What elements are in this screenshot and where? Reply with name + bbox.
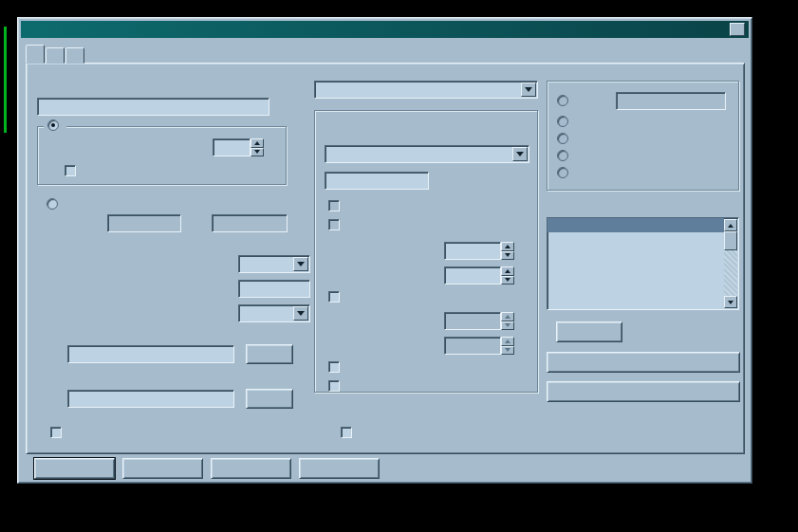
graph-type-option[interactable] xyxy=(547,247,724,261)
evening-end-spinner xyxy=(444,337,514,355)
use-days-radio-row[interactable] xyxy=(44,119,66,131)
graph-type-option[interactable] xyxy=(547,289,724,303)
start-time-spinner[interactable] xyxy=(444,242,514,260)
days-up-button[interactable] xyxy=(251,138,264,148)
evening-end-input xyxy=(444,337,501,355)
historical-days-input xyxy=(616,92,726,110)
bar-period-value xyxy=(325,146,511,162)
fill-session-gap-checkbox xyxy=(328,200,344,211)
symbol-input[interactable] xyxy=(67,345,234,363)
evening-end-down-button xyxy=(501,346,514,356)
monthly-radio xyxy=(557,133,568,144)
end-time-up-button[interactable] xyxy=(501,266,514,276)
graph-type-option[interactable] xyxy=(547,261,724,275)
chart-type-select[interactable] xyxy=(314,81,538,99)
end-time-spinner[interactable] xyxy=(444,266,514,284)
volume-multiplier-select[interactable] xyxy=(238,304,310,322)
close-button[interactable] xyxy=(730,23,745,36)
bar-period-custom-input[interactable] xyxy=(325,172,429,190)
adjust-proportional-checkbox[interactable] xyxy=(65,165,81,176)
fill-session-gap-box xyxy=(328,200,340,211)
tab-strip xyxy=(26,46,85,64)
tab-advanced-settings[interactable] xyxy=(46,47,65,64)
apply-global-symbol-settings-button[interactable] xyxy=(547,352,740,373)
to-input xyxy=(212,214,288,232)
save-defaults-box xyxy=(341,427,352,438)
alt-symbol-find-button[interactable] xyxy=(246,389,293,409)
start-time-up-button[interactable] xyxy=(501,242,514,251)
days-to-load-input[interactable] xyxy=(213,138,251,156)
graph-type-option[interactable] xyxy=(547,232,724,247)
evening-start-down-button xyxy=(501,321,514,331)
end-time-down-button[interactable] xyxy=(501,276,514,285)
scrollbar-thumb[interactable] xyxy=(724,231,737,250)
evening-end-up-button xyxy=(501,337,514,346)
evening-start-input xyxy=(444,312,501,330)
scale-button[interactable] xyxy=(556,321,622,342)
adjust-proportional-box xyxy=(65,165,76,176)
days-down-button[interactable] xyxy=(251,148,264,157)
symbol-find-button[interactable] xyxy=(246,344,293,364)
chart-type-dropdown-button[interactable] xyxy=(521,83,536,97)
new-bar-when-exceeded-box xyxy=(328,219,340,230)
historical-days-radio-row xyxy=(557,95,573,106)
yearly-radio xyxy=(557,167,568,178)
monthly-radio-row xyxy=(557,133,573,144)
price-format-dropdown-button[interactable] xyxy=(293,257,308,271)
graph-type-scrollbar[interactable] xyxy=(724,219,737,308)
yearly-radio-row xyxy=(557,167,573,178)
graph-type-option[interactable] xyxy=(547,218,724,232)
bar-period-dropdown-button[interactable] xyxy=(512,147,528,161)
start-time-down-button[interactable] xyxy=(501,251,514,261)
new-bar-when-exceeded-checkbox xyxy=(328,219,344,230)
volume-multiplier-value xyxy=(239,305,292,321)
cancel-button[interactable] xyxy=(122,458,203,479)
scrollbar-down-button[interactable] xyxy=(724,296,737,308)
evening-session-checkbox[interactable] xyxy=(328,291,344,303)
new-bar-at-session-start-box xyxy=(328,361,340,373)
from-input xyxy=(107,214,181,232)
rollover-futures-box xyxy=(50,427,62,438)
help-button[interactable] xyxy=(299,458,380,479)
price-display-format-select[interactable] xyxy=(238,255,310,273)
evening-session-box xyxy=(328,291,340,303)
edit-global-symbol-settings-button[interactable] xyxy=(547,381,740,402)
graph-type-listbox[interactable] xyxy=(547,217,739,310)
historical-bar-period-group xyxy=(547,81,739,191)
volume-multiplier-dropdown-button[interactable] xyxy=(293,306,308,321)
use-number-of-days-radio[interactable] xyxy=(47,119,59,131)
apply-button[interactable] xyxy=(211,458,291,479)
load-weekend-data-checkbox[interactable] xyxy=(328,380,344,392)
use-date-range-radio-row[interactable] xyxy=(46,198,63,210)
days-to-load-spinner[interactable] xyxy=(213,138,264,156)
weekly-radio xyxy=(557,116,568,127)
chart-axis-line xyxy=(4,27,7,133)
title-bar[interactable] xyxy=(21,21,749,38)
scrollbar-up-button[interactable] xyxy=(724,219,737,231)
quarterly-radio xyxy=(557,150,568,161)
rollover-futures-checkbox[interactable] xyxy=(50,427,66,438)
ok-button[interactable] xyxy=(34,458,115,479)
tick-size-input[interactable] xyxy=(238,280,310,298)
alt-symbol-input[interactable] xyxy=(67,390,234,408)
days-to-load-group xyxy=(37,126,287,185)
tab-main-settings[interactable] xyxy=(26,45,45,64)
weekly-radio-row xyxy=(557,116,573,127)
save-defaults-checkbox[interactable] xyxy=(341,427,357,438)
historical-days-radio xyxy=(557,95,568,106)
use-date-range-radio[interactable] xyxy=(46,198,58,210)
date-range-value[interactable] xyxy=(37,98,269,116)
intraday-bar-period-group xyxy=(314,110,538,393)
evening-start-up-button xyxy=(501,312,514,321)
load-weekend-data-box xyxy=(328,380,340,392)
graph-type-option[interactable] xyxy=(547,275,724,289)
evening-start-spinner xyxy=(444,312,514,330)
quarterly-radio-row xyxy=(557,150,573,161)
chart-settings-dialog xyxy=(17,17,752,484)
price-format-value xyxy=(239,256,292,272)
start-time-input[interactable] xyxy=(444,242,501,260)
tab-advanced-settings-2[interactable] xyxy=(65,47,84,64)
end-time-input[interactable] xyxy=(444,266,501,284)
new-bar-at-session-start-checkbox[interactable] xyxy=(328,361,344,373)
bar-period-select[interactable] xyxy=(325,145,529,163)
